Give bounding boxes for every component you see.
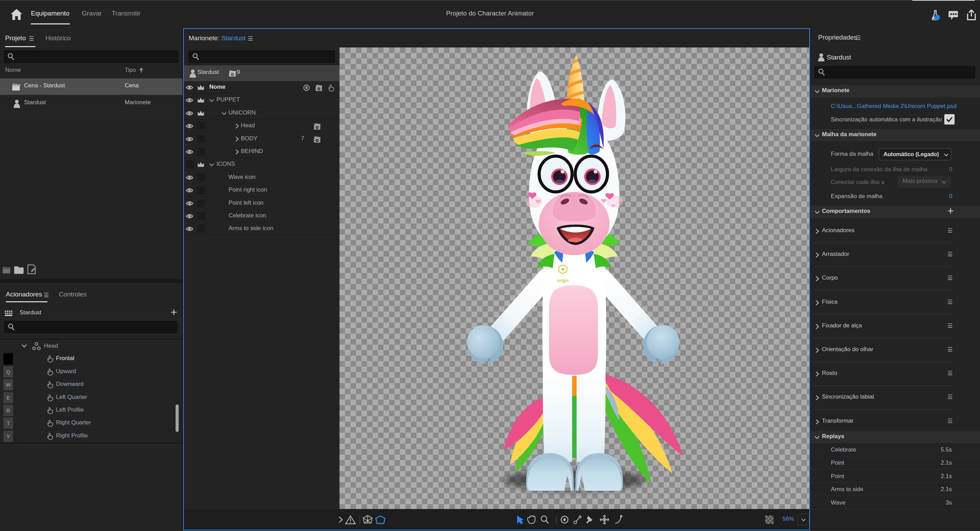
svg-text:origin: origin	[557, 278, 568, 283]
